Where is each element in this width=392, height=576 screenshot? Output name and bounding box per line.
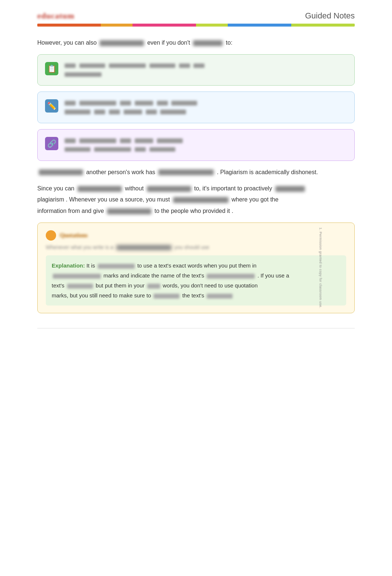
exp-text-6: but put them in your <box>96 282 146 289</box>
card-3-blur-8 <box>135 147 146 152</box>
body-blurred-plagiarize <box>78 186 122 192</box>
highlight-header: Quotations <box>46 230 346 241</box>
card-2-blur-7 <box>65 110 90 114</box>
body-text-2: . Plagiarism is academically dishonest. <box>217 169 318 175</box>
card-1-blur-4 <box>149 63 175 68</box>
body-text-to-people: to the people who provided it . <box>154 208 233 214</box>
body-blurred-avoid <box>275 186 305 192</box>
card-2-blur-6 <box>171 101 197 106</box>
exp-text-9: the text's <box>182 292 206 299</box>
intro-blurred-2 <box>193 40 223 46</box>
exp-blurred-4 <box>67 284 93 289</box>
card-2-blur-8 <box>94 110 105 114</box>
body-blurred-copied <box>158 169 214 175</box>
body-text-plagiarism: plagiarism . Whenever you use a source, … <box>37 196 172 203</box>
card-2-blur-2 <box>79 101 116 106</box>
exp-text-8: marks, but you still need to make sure t… <box>52 292 152 299</box>
body-text-1: another person's work has <box>86 169 157 175</box>
highlight-subtext: Whenever what you write is a you should … <box>46 244 346 250</box>
exp-text-7: words, you don't need to use quotation <box>163 282 258 289</box>
exp-text-5: text's <box>52 282 66 289</box>
card-3-blur-7 <box>94 147 131 152</box>
intro-blurred-1 <box>100 40 144 46</box>
card-3-content <box>63 136 347 154</box>
bottom-line <box>37 328 355 328</box>
side-permission: 1. Permission granted to copy for classr… <box>319 228 322 308</box>
intro-text-middle: even if you don't <box>147 39 190 46</box>
card-3-blur-2 <box>79 138 116 143</box>
explanation-box: Explanation: It is to use a text's exact… <box>46 255 346 306</box>
rainbow-seg-2 <box>101 24 133 27</box>
card-3-blur-3 <box>120 138 131 143</box>
highlight-box: Quotations Whenever what you write is a … <box>37 223 355 313</box>
highlight-subtext-1: Whenever what you write is a <box>46 244 115 250</box>
rainbow-seg-5 <box>228 24 291 27</box>
card-1-blur-6 <box>193 63 204 68</box>
card-3-blur-5 <box>157 138 183 143</box>
card-1-blur-2 <box>79 63 105 68</box>
exp-text-1: It is <box>86 262 97 269</box>
card-2-blur-10 <box>124 110 142 114</box>
body-blurred-intending <box>147 186 191 192</box>
explanation-label: Explanation: <box>52 262 85 269</box>
card-1-blur-3 <box>109 63 146 68</box>
body-text-info: information from and give <box>37 208 106 214</box>
card-2-icon: ✏️ <box>45 99 58 113</box>
exp-blurred-2 <box>53 274 101 279</box>
card-3-icon: 🔗 <box>45 137 58 150</box>
body-blurred-credit <box>107 208 151 214</box>
card-3-blur-4 <box>135 138 153 143</box>
body-paragraph-2: Since you can without to, it's important… <box>37 183 355 217</box>
info-card-3: 🔗 <box>37 129 355 161</box>
card-2-content <box>63 99 347 116</box>
body-text-without: without <box>125 185 145 192</box>
info-card-1: 📋 <box>37 54 355 86</box>
body-text-important: to, it's important to proactively <box>194 185 274 192</box>
rainbow-seg-3 <box>133 24 196 27</box>
body-paragraph-1: another person's work has . Plagiarism i… <box>37 167 355 178</box>
info-card-2: ✏️ <box>37 92 355 123</box>
card-1-blur-5 <box>179 63 190 68</box>
exp-text-3: marks and indicate the name of the text'… <box>103 272 206 279</box>
exp-blurred-6 <box>154 294 179 299</box>
card-3-blur-9 <box>149 147 175 152</box>
card-3-blur-1 <box>65 138 76 143</box>
rainbow-seg-1 <box>37 24 101 27</box>
card-1-blur-1 <box>65 63 76 68</box>
intro-line: However, you can also even if you don't … <box>37 38 355 48</box>
card-3-blur-6 <box>65 147 90 152</box>
card-1-blur-7 <box>65 72 102 77</box>
body-text-where: where you got the <box>231 196 278 203</box>
exp-blurred-3 <box>207 274 255 279</box>
rainbow-bar <box>37 24 355 27</box>
logo: educatum <box>37 11 75 21</box>
card-2-blur-11 <box>146 110 157 114</box>
card-2-blur-3 <box>120 101 131 106</box>
highlight-subtext-2: you should use <box>175 244 209 250</box>
card-2-blur-5 <box>157 101 168 106</box>
intro-text-end: to: <box>226 39 233 46</box>
card-2-blur-12 <box>160 110 186 114</box>
card-2-blur-1 <box>65 101 76 106</box>
highlight-title: Quotations <box>60 232 88 239</box>
logo-area: educatum <box>37 11 75 21</box>
rainbow-seg-4 <box>196 24 228 27</box>
body-text-since: Since you can <box>37 185 76 192</box>
card-1-content <box>63 61 347 79</box>
card-1-icon: 📋 <box>45 62 58 75</box>
rainbow-seg-6 <box>291 24 355 27</box>
body-blurred-start <box>39 169 83 175</box>
exp-text-4: . If you use a <box>258 272 289 279</box>
card-2-blur-4 <box>135 101 153 106</box>
intro-text-before: However, you can also <box>37 39 97 46</box>
exp-blurred-1 <box>98 264 135 269</box>
highlight-blurred-direct <box>116 245 172 250</box>
exp-blurred-7 <box>207 294 233 299</box>
body-blurred-indicate <box>173 197 228 203</box>
orange-dot-icon <box>46 230 56 241</box>
exp-text-2: to use a text's exact words when you put… <box>137 262 257 269</box>
header: educatum Guided Notes <box>37 11 355 21</box>
exp-blurred-5 <box>147 284 160 289</box>
card-2-blur-9 <box>109 110 120 114</box>
page-title: Guided Notes <box>305 11 355 21</box>
